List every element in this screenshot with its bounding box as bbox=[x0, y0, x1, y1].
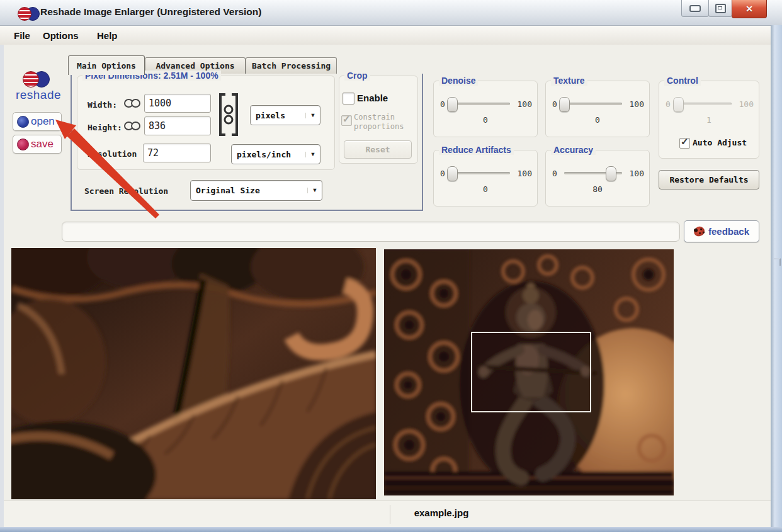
left-preview-image[interactable] bbox=[11, 248, 376, 499]
texture-title: Texture bbox=[551, 76, 587, 86]
status-filename: example.jpg bbox=[382, 507, 501, 518]
ladybug-icon bbox=[693, 225, 706, 238]
title-bar[interactable]: Reshade Image Enlarger (Unregistered Ver… bbox=[0, 0, 782, 26]
constrain-proportions-label-1: Constrain bbox=[354, 113, 395, 122]
denoise-value: 0 bbox=[434, 115, 537, 125]
feedback-button-label: feedback bbox=[708, 226, 749, 237]
accuracy-title: Accuracy bbox=[551, 145, 596, 155]
progress-bar bbox=[62, 222, 680, 242]
tab-page-border-right bbox=[422, 74, 423, 210]
width-input[interactable]: 1000 bbox=[144, 94, 211, 113]
slider-thumb[interactable] bbox=[447, 166, 458, 181]
texture-slider[interactable] bbox=[564, 96, 622, 111]
save-button[interactable]: save bbox=[13, 135, 62, 154]
control-group: Control 0 100 1 Auto Adjust bbox=[659, 81, 759, 159]
screen-resolution-dropdown[interactable]: Original Size ▼ bbox=[190, 180, 322, 201]
reduce-artifacts-slider[interactable] bbox=[452, 166, 510, 181]
texture-max: 100 bbox=[626, 99, 644, 109]
height-label: Height: bbox=[88, 123, 122, 132]
resolution-input[interactable]: 72 bbox=[143, 144, 211, 162]
chevron-down-icon: ▼ bbox=[305, 152, 320, 157]
open-button-label: open bbox=[31, 115, 55, 128]
window-title: Reshade Image Enlarger (Unregistered Ver… bbox=[40, 6, 261, 18]
reduce-artifacts-title: Reduce Artifacts bbox=[439, 145, 514, 155]
slider-thumb[interactable] bbox=[606, 166, 616, 181]
slider-thumb[interactable] bbox=[559, 97, 570, 112]
constrain-proportions-label-2: proportions bbox=[354, 122, 404, 131]
size-unit-value: pixels bbox=[251, 111, 305, 120]
accuracy-slider[interactable] bbox=[564, 166, 622, 181]
close-button[interactable]: ✕ bbox=[732, 0, 767, 18]
denoise-group: Denoise 0 100 0 bbox=[433, 81, 538, 137]
control-max: 100 bbox=[736, 99, 754, 109]
denoise-slider[interactable] bbox=[452, 96, 510, 111]
auto-adjust-checkbox[interactable] bbox=[679, 138, 690, 149]
save-button-label: save bbox=[31, 138, 54, 150]
window-frame-left bbox=[0, 45, 4, 528]
denoise-title: Denoise bbox=[439, 76, 478, 86]
reduce-artifacts-group: Reduce Artifacts 0 100 0 bbox=[433, 150, 538, 207]
accuracy-value: 80 bbox=[546, 184, 649, 194]
crop-title: Crop bbox=[344, 71, 370, 81]
control-title: Control bbox=[664, 76, 701, 86]
right-preview-image[interactable] bbox=[384, 249, 674, 495]
minimize-button[interactable] bbox=[681, 0, 709, 17]
save-icon bbox=[17, 139, 29, 150]
width-link-icon bbox=[124, 99, 140, 108]
pixel-dimensions-group: Pixel Dimensions: 2.51M - 100% Width: 10… bbox=[77, 76, 335, 170]
control-slider[interactable] bbox=[677, 96, 732, 111]
crop-reset-button[interactable]: Reset bbox=[344, 140, 412, 159]
menu-options[interactable]: Options bbox=[40, 29, 81, 42]
accuracy-group: Accuracy 0 100 80 bbox=[545, 150, 650, 207]
app-window: Reshade Image Enlarger (Unregistered Ver… bbox=[0, 0, 782, 532]
texture-group: Texture 0 100 0 bbox=[545, 81, 650, 137]
constrain-link-icon bbox=[217, 91, 240, 138]
window-frame-bottom bbox=[0, 527, 782, 532]
app-logo-icon bbox=[18, 6, 43, 20]
menu-help[interactable]: Help bbox=[94, 29, 120, 42]
reshade-logo-icon bbox=[23, 71, 54, 87]
maximize-icon bbox=[715, 4, 726, 13]
tab-batch-processing[interactable]: Batch Processing bbox=[246, 57, 337, 74]
height-link-icon bbox=[124, 122, 140, 130]
crop-selection-rectangle[interactable] bbox=[471, 332, 591, 412]
crop-enable-checkbox[interactable] bbox=[343, 93, 354, 105]
reduce-artifacts-max: 100 bbox=[514, 169, 532, 178]
status-bar: example.jpg bbox=[4, 501, 771, 528]
denoise-max: 100 bbox=[514, 99, 532, 109]
chevron-down-icon: ▼ bbox=[307, 188, 322, 193]
feedback-button[interactable]: feedback bbox=[684, 220, 759, 242]
slider-thumb[interactable] bbox=[447, 97, 458, 112]
resolution-unit-dropdown[interactable]: pixels/inch ▼ bbox=[231, 144, 320, 164]
menu-bar: File Options Help bbox=[0, 26, 782, 45]
resolution-unit-value: pixels/inch bbox=[232, 150, 305, 159]
tab-page-border-left bbox=[71, 74, 72, 210]
width-label: Width: bbox=[88, 100, 117, 110]
control-min: 0 bbox=[666, 99, 673, 109]
height-input[interactable]: 836 bbox=[144, 116, 211, 135]
tab-main-options[interactable]: Main Options bbox=[68, 55, 145, 75]
constrain-proportions-checkbox[interactable] bbox=[341, 115, 352, 126]
minimize-icon bbox=[689, 5, 701, 12]
accuracy-max: 100 bbox=[626, 169, 644, 178]
restore-defaults-button[interactable]: Restore Defaults bbox=[659, 170, 759, 190]
crop-enable-label: Enable bbox=[357, 93, 388, 103]
texture-value: 0 bbox=[546, 115, 649, 125]
window-frame-right bbox=[771, 25, 782, 528]
logo-red-circle bbox=[23, 71, 39, 88]
slider-thumb[interactable] bbox=[673, 97, 684, 112]
menu-file[interactable]: File bbox=[11, 29, 33, 42]
tab-page-border-bottom bbox=[71, 210, 423, 211]
open-icon bbox=[17, 116, 29, 128]
size-unit-dropdown[interactable]: pixels ▼ bbox=[250, 105, 320, 125]
logo-red-circle bbox=[18, 7, 31, 21]
accuracy-min: 0 bbox=[552, 169, 560, 178]
resize-grip[interactable] bbox=[773, 258, 781, 266]
open-button[interactable]: open bbox=[13, 112, 62, 131]
auto-adjust-label: Auto Adjust bbox=[693, 138, 747, 147]
crop-group: Crop Enable Constrain proportions Reset bbox=[339, 76, 418, 164]
close-icon: ✕ bbox=[745, 4, 753, 14]
chevron-down-icon: ▼ bbox=[305, 113, 320, 118]
resolution-label: Resolution bbox=[88, 149, 137, 159]
maximize-button[interactable] bbox=[708, 0, 732, 17]
